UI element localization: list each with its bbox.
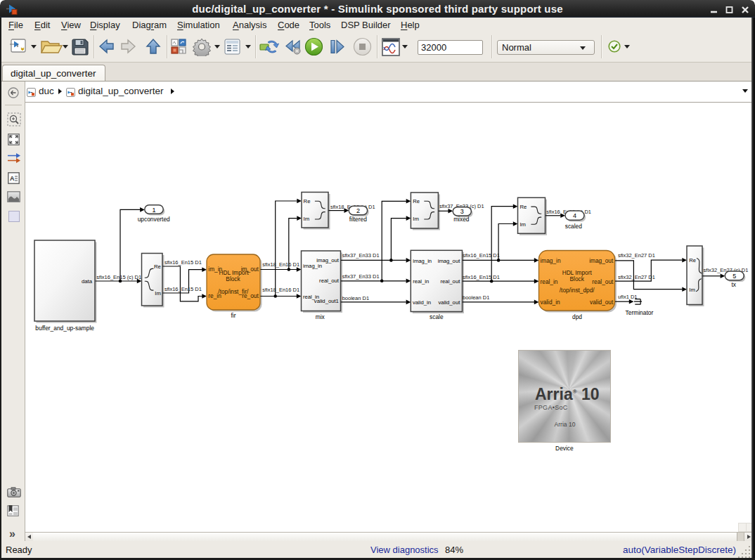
svg-text:A: A: [10, 175, 15, 182]
